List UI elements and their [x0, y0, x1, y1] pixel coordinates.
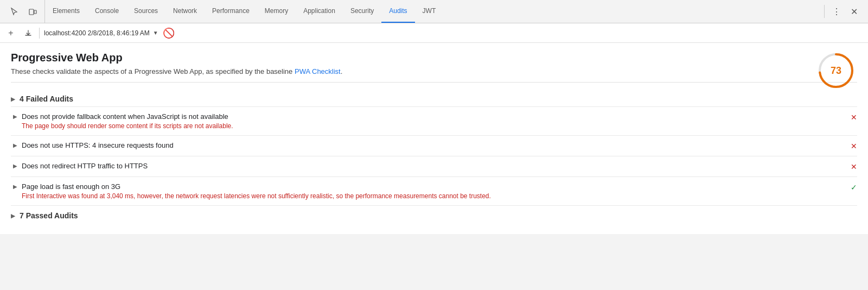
score-circle: 73 — [817, 52, 855, 90]
svg-rect-0 — [29, 9, 34, 15]
audit-item-content: Does not provide fallback content when J… — [22, 112, 842, 130]
failed-chevron-icon[interactable]: ▶ — [11, 96, 15, 102]
fail-icon: ✕ — [851, 142, 857, 150]
url-text: localhost:4200 2/8/2018, 8:46:19 AM — [44, 29, 150, 37]
failed-audits-header: ▶ 4 Failed Audits — [11, 89, 857, 106]
audit-item-content: Does not redirect HTTP traffic to HTTPS — [22, 162, 842, 170]
tab-bar: Elements Console Sources Network Perform… — [0, 0, 868, 23]
passed-audits-header[interactable]: ▶ 7 Passed Audits — [11, 206, 857, 225]
tab-application[interactable]: Application — [296, 0, 343, 23]
url-dropdown-icon[interactable]: ▼ — [153, 30, 158, 36]
svg-rect-1 — [34, 10, 36, 14]
pwa-title: Progressive Web App — [11, 52, 857, 64]
audit-item-title: Does not redirect HTTP traffic to HTTPS — [22, 162, 842, 170]
more-button[interactable]: ⋮ — [829, 4, 844, 19]
device-icon[interactable] — [25, 4, 40, 19]
tab-network[interactable]: Network — [165, 0, 205, 23]
download-button[interactable] — [22, 27, 35, 40]
divider — [824, 5, 825, 18]
audit-item-desc: The page body should render some content… — [22, 122, 842, 130]
passed-chevron-icon: ▶ — [11, 213, 15, 219]
pass-icon: ✓ — [851, 183, 857, 192]
block-icon[interactable]: 🚫 — [163, 27, 175, 39]
main-content: 73 Progressive Web App These checks vali… — [0, 43, 868, 234]
tab-memory[interactable]: Memory — [257, 0, 296, 23]
audit-item: ▶ Does not redirect HTTP traffic to HTTP… — [11, 156, 857, 177]
audit-item-title: Does not provide fallback content when J… — [22, 112, 842, 121]
failed-audits-label: 4 Failed Audits — [20, 94, 73, 103]
section-divider — [11, 82, 857, 83]
audit-item-content: Page load is fast enough on 3G First Int… — [22, 182, 842, 200]
pwa-description: These checks validate the aspects of a P… — [11, 67, 857, 75]
audit-item-desc: First Interactive was found at 3,040 ms,… — [22, 192, 842, 200]
tab-sources[interactable]: Sources — [126, 0, 165, 23]
tab-audits[interactable]: Audits — [381, 0, 414, 23]
tab-performance[interactable]: Performance — [205, 0, 257, 23]
audit-chevron-icon[interactable]: ▶ — [13, 142, 17, 148]
close-button[interactable]: ✕ — [846, 4, 861, 19]
audit-item-title: Does not use HTTPS: 4 insecure requests … — [22, 141, 842, 149]
tab-jwt[interactable]: JWT — [415, 0, 444, 23]
tab-elements[interactable]: Elements — [45, 0, 87, 23]
description-text: These checks validate the aspects of a P… — [11, 67, 292, 75]
add-audit-button[interactable]: + — [4, 27, 17, 40]
audit-item: ▶ Page load is fast enough on 3G First I… — [11, 177, 857, 206]
audit-item: ▶ Does not use HTTPS: 4 insecure request… — [11, 136, 857, 156]
plus-icon: + — [8, 28, 13, 38]
tab-bar-end: ⋮ ✕ — [818, 4, 866, 19]
failed-audit-list: ▶ Does not provide fallback content when… — [11, 106, 857, 206]
pwa-checklist-link[interactable]: PWA Checklist — [295, 67, 341, 75]
audit-item: ▶ Does not provide fallback content when… — [11, 107, 857, 136]
audit-item-title: Page load is fast enough on 3G — [22, 182, 842, 191]
toolbar-separator — [39, 28, 40, 39]
description-end: . — [341, 67, 343, 75]
score-value: 73 — [831, 65, 841, 77]
tab-security[interactable]: Security — [343, 0, 381, 23]
passed-audits-label: 7 Passed Audits — [20, 211, 78, 220]
fail-icon: ✕ — [851, 113, 857, 122]
audit-chevron-icon[interactable]: ▶ — [13, 184, 17, 190]
tab-list: Elements Console Sources Network Perform… — [45, 0, 818, 23]
toolbar: + localhost:4200 2/8/2018, 8:46:19 AM ▼ … — [0, 23, 868, 43]
devtools-icons — [2, 0, 45, 23]
audit-chevron-icon[interactable]: ▶ — [13, 163, 17, 169]
fail-icon: ✕ — [851, 162, 857, 171]
tab-console[interactable]: Console — [87, 0, 126, 23]
audit-chevron-icon[interactable]: ▶ — [13, 114, 17, 119]
audit-item-content: Does not use HTTPS: 4 insecure requests … — [22, 141, 842, 149]
cursor-icon[interactable] — [7, 4, 22, 19]
url-bar: localhost:4200 2/8/2018, 8:46:19 AM ▼ — [44, 29, 158, 37]
